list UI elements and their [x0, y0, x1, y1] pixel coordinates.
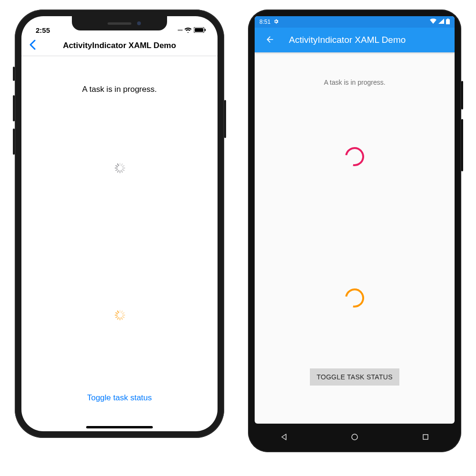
nav-back-icon[interactable] [279, 432, 288, 442]
wifi-icon [430, 19, 436, 25]
nav-home-icon[interactable] [350, 432, 359, 442]
android-volume-rocker [461, 119, 463, 171]
home-indicator[interactable] [86, 426, 153, 428]
ios-clock: 2:55 [36, 26, 50, 34]
activity-indicator-orange [114, 310, 125, 320]
android-screen: 8:51 ActivityIndicator [255, 16, 455, 424]
svg-rect-4 [423, 435, 428, 439]
task-status-label: A task is in progress. [324, 79, 385, 86]
wifi-icon [184, 26, 192, 34]
svg-point-3 [352, 434, 357, 440]
iphone-vol-up [13, 95, 15, 121]
android-status-bar: 8:51 [255, 16, 455, 28]
iphone-screen: 2:55 •••• ActivityIndicator XAML Demo A … [21, 16, 218, 431]
nav-recents-icon[interactable] [421, 432, 430, 442]
battery-icon [446, 19, 450, 26]
android-app-bar: ActivityIndicator XAML Demo [255, 28, 455, 52]
cellular-icon: •••• [178, 28, 182, 33]
page-title: ActivityIndicator XAML Demo [21, 41, 218, 50]
android-content: A task is in progress. TOGGLE TASK STATU… [255, 52, 455, 424]
ios-content: A task is in progress. Toggle task statu… [21, 56, 218, 431]
back-button[interactable] [26, 37, 39, 54]
back-button[interactable] [262, 32, 278, 49]
page-title: ActivityIndicator XAML Demo [289, 35, 406, 45]
ios-nav-bar: ActivityIndicator XAML Demo [21, 35, 218, 56]
toggle-task-status-button[interactable]: Toggle task status [78, 388, 161, 407]
android-system-nav [248, 427, 461, 446]
activity-indicator-pink [341, 143, 368, 170]
android-clock: 8:51 [259, 19, 270, 25]
activity-indicator-orange [341, 285, 368, 311]
iphone-power-button [224, 100, 226, 138]
task-status-label: A task is in progress. [82, 85, 157, 94]
svg-rect-2 [205, 29, 206, 31]
svg-rect-1 [195, 28, 203, 32]
android-power-button [461, 81, 463, 109]
gear-icon [273, 19, 279, 26]
iphone-vol-down [13, 129, 15, 155]
iphone-notch [72, 16, 167, 30]
activity-indicator-default [114, 163, 125, 173]
toggle-task-status-button[interactable]: TOGGLE TASK STATUS [310, 368, 399, 386]
battery-icon [194, 26, 206, 34]
iphone-mute-switch [13, 67, 15, 81]
cellular-icon [438, 19, 444, 25]
iphone-device-frame: 2:55 •••• ActivityIndicator XAML Demo A … [15, 10, 224, 438]
android-device-frame: 8:51 ActivityIndicator [248, 10, 461, 452]
